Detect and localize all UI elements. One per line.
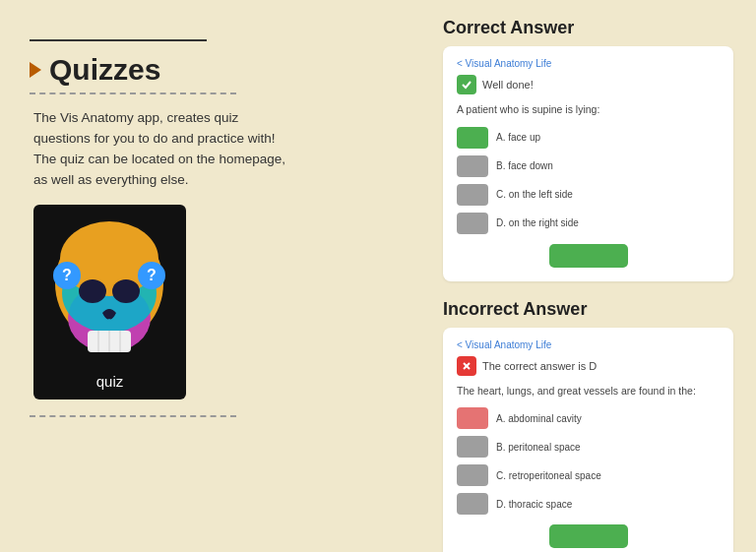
incorrect-question-text: The heart, lungs, and great vessels are …	[457, 384, 720, 399]
svg-text:?: ?	[147, 267, 157, 283]
correct-answer-section: Correct Answer < Visual Anatomy Life Wel…	[443, 18, 733, 281]
correct-answer-card: < Visual Anatomy Life Well done! A patie…	[443, 46, 733, 281]
left-panel: Quizzes The Vis Anatomy app, creates qui…	[30, 39, 285, 417]
incorrect-answer-card: < Visual Anatomy Life The correct answer…	[443, 328, 733, 552]
inc-option-box-neutral-1	[457, 436, 488, 458]
incorrect-result-badge: The correct answer is D	[457, 356, 720, 376]
option-label-1: B. face down	[496, 160, 553, 171]
x-icon	[461, 360, 472, 372]
skull-svg: ? ?	[43, 215, 176, 367]
correct-next-button[interactable]	[549, 244, 628, 268]
incorrect-answer-section: Incorrect Answer < Visual Anatomy Life T…	[443, 299, 733, 552]
quiz-skull-image: ? ?	[43, 215, 176, 367]
correct-answer-title: Correct Answer	[443, 18, 733, 38]
option-box-neutral-1	[457, 155, 488, 177]
incorrect-option-1[interactable]: B. peritoneal space	[457, 436, 720, 458]
inc-option-label-2: C. retroperitoneal space	[496, 470, 601, 481]
dashed-line-top	[30, 92, 236, 94]
dashed-line-bottom	[30, 415, 236, 417]
option-box-correct-0	[457, 127, 488, 149]
right-panel: Correct Answer < Visual Anatomy Life Wel…	[443, 18, 733, 552]
incorrect-back-link[interactable]: < Visual Anatomy Life	[457, 339, 720, 350]
correct-option-0[interactable]: A. face up	[457, 127, 720, 149]
option-label-2: C. on the left side	[496, 189, 573, 200]
inc-option-label-3: D. thoracic space	[496, 499, 572, 510]
top-divider	[30, 39, 207, 41]
svg-point-9	[112, 279, 140, 303]
svg-text:?: ?	[62, 267, 72, 283]
incorrect-option-2[interactable]: C. retroperitoneal space	[457, 464, 720, 486]
correct-badge-icon	[457, 75, 476, 94]
option-label-0: A. face up	[496, 132, 540, 143]
incorrect-next-button[interactable]	[549, 524, 628, 548]
checkmark-icon	[461, 79, 472, 91]
option-label-3: D. on the right side	[496, 217, 579, 228]
incorrect-result-text: The correct answer is D	[482, 360, 597, 372]
inc-option-label-0: A. abdominal cavity	[496, 413, 582, 424]
description-text: The Vis Anatomy app, creates quiz questi…	[30, 108, 285, 191]
quiz-image-container: ? ? quiz	[33, 205, 186, 399]
correct-option-1[interactable]: B. face down	[457, 155, 720, 177]
section-title-row: Quizzes	[30, 53, 285, 87]
correct-back-link[interactable]: < Visual Anatomy Life	[457, 58, 720, 69]
incorrect-option-0[interactable]: A. abdominal cavity	[457, 407, 720, 429]
svg-point-8	[79, 279, 106, 303]
incorrect-option-3[interactable]: D. thoracic space	[457, 493, 720, 515]
inc-option-box-neutral-2	[457, 464, 488, 486]
incorrect-answer-title: Incorrect Answer	[443, 299, 733, 320]
correct-option-3[interactable]: D. on the right side	[457, 213, 720, 234]
correct-option-2[interactable]: C. on the left side	[457, 184, 720, 206]
quiz-label: quiz	[43, 373, 176, 394]
triangle-icon	[30, 62, 41, 78]
correct-result-badge: Well done!	[457, 75, 720, 94]
incorrect-badge-icon	[457, 356, 476, 376]
inc-option-box-neutral-3	[457, 493, 488, 515]
correct-question-text: A patient who is supine is lying:	[457, 102, 720, 117]
option-box-neutral-2	[457, 184, 488, 206]
inc-option-label-1: B. peritoneal space	[496, 442, 581, 453]
option-box-neutral-3	[457, 213, 488, 234]
option-box-incorrect-0	[457, 407, 488, 429]
correct-result-text: Well done!	[482, 79, 534, 91]
section-title: Quizzes	[49, 53, 160, 87]
